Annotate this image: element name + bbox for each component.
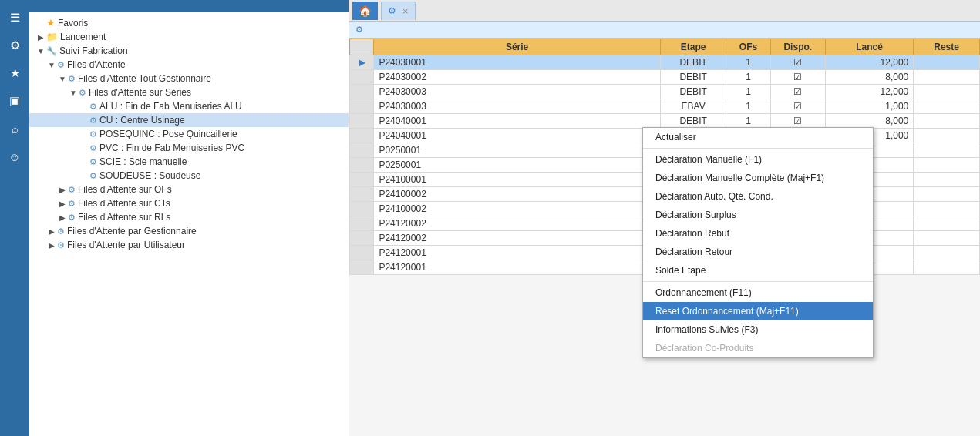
row-arrow <box>350 70 374 85</box>
reste-cell <box>914 114 980 129</box>
tree-item-pvc[interactable]: ⚙ PVC : Fin de Fab Menuiseries PVC <box>29 141 349 155</box>
gear-icon: ⚙ <box>79 88 86 98</box>
tree-item-files-ofs[interactable]: ▶ ⚙ Files d'Attente sur OFs <box>29 183 349 196</box>
reste-cell <box>914 129 980 143</box>
folder-icon: 📁 <box>46 32 58 42</box>
col-ofs[interactable]: OFs <box>726 39 770 55</box>
col-reste[interactable]: Reste <box>914 39 980 55</box>
tree-item-files-rls[interactable]: ▶ ⚙ Files d'Attente sur RLs <box>29 210 349 224</box>
reste-cell <box>914 99 980 114</box>
monitor-icon[interactable]: ▣ <box>3 89 26 112</box>
serie-cell: P24030003 <box>374 85 660 99</box>
nav-panel: ★ Favoris ▶ 📁 Lancement ▼ 🔧 Suivi Fabric… <box>29 0 349 436</box>
gear-icon: ⚙ <box>57 240 65 250</box>
expander: ▶ <box>57 212 68 223</box>
tab-close-button[interactable]: × <box>402 5 409 17</box>
ctx-separator <box>643 281 873 282</box>
ctx-item-reset-ordo[interactable]: Reset Ordonnancement (Maj+F11) <box>643 302 873 320</box>
menu-icon[interactable]: ☰ <box>3 6 26 29</box>
context-menu: ActualiserDéclaration Manuelle (F1)Décla… <box>642 127 874 358</box>
tree-item-files-cts[interactable]: ▶ ⚙ Files d'Attente sur CTs <box>29 196 349 210</box>
table-row[interactable]: P24040001 DEBIT 1 ☑ 8,000 <box>350 114 980 129</box>
wrench-icon: 🔧 <box>46 46 57 56</box>
expander <box>79 101 89 112</box>
reste-cell <box>914 70 980 85</box>
tree-item-favoris[interactable]: ★ Favoris <box>29 15 349 30</box>
row-arrow <box>350 129 374 143</box>
tree-item-files-tout[interactable]: ▼ ⚙ Files d'Attente Tout Gestionnaire <box>29 72 349 86</box>
reste-cell <box>914 143 980 158</box>
table-row[interactable]: P24030003 EBAV 1 ☑ 1,000 <box>350 99 980 114</box>
reste-cell <box>914 173 980 187</box>
tree-item-files-series[interactable]: ▼ ⚙ Files d'Attente sur Séries <box>29 86 349 99</box>
expander: ▼ <box>68 87 79 98</box>
col-etape[interactable]: Etape <box>660 39 726 55</box>
ctx-item-infos-suivies[interactable]: Informations Suivies (F3) <box>643 320 873 339</box>
tree-label: Files d'Attente <box>67 59 126 70</box>
col-serie[interactable]: Série <box>374 39 660 55</box>
ctx-item-actualiser[interactable]: Actualiser <box>643 128 873 146</box>
col-lance[interactable]: Lancé <box>826 39 914 55</box>
tree-label: Suivi Fabrication <box>59 45 128 56</box>
ctx-item-decl-surplus[interactable]: Déclaration Surplus <box>643 206 873 224</box>
ofs-cell: 1 <box>726 55 770 70</box>
settings-icon[interactable]: ⚙ <box>3 34 26 57</box>
gear-icon: ⚙ <box>57 226 65 236</box>
table-row[interactable]: P24030002 DEBIT 1 ☑ 8,000 <box>350 70 980 85</box>
tree-item-files-user[interactable]: ▶ ⚙ Files d'Attente par Utilisateur <box>29 238 349 252</box>
ctx-item-ordonnancement[interactable]: Ordonnancement (F11) <box>643 283 873 302</box>
user-icon[interactable]: ☺ <box>3 145 26 168</box>
row-arrow <box>350 231 374 246</box>
reste-cell <box>914 85 980 99</box>
gear-icon: ⚙ <box>68 185 76 195</box>
tree-item-lancement[interactable]: ▶ 📁 Lancement <box>29 30 349 44</box>
expander: ▶ <box>46 240 57 250</box>
row-arrow <box>350 202 374 216</box>
dispo-cell: ☑ <box>770 85 825 99</box>
ofs-cell: 1 <box>726 70 770 85</box>
tree-item-files-gest[interactable]: ▶ ⚙ Files d'Attente par Gestionnaire <box>29 224 349 238</box>
main-area: 🏠 ⚙ × ⚙ Série Etape OFs Dispo. Lancé Res… <box>349 0 980 436</box>
ctx-item-decl-manuelle-complete[interactable]: Déclaration Manuelle Complète (Maj+F1) <box>643 169 873 187</box>
col-dispo[interactable]: Dispo. <box>770 39 825 55</box>
home-tab[interactable]: 🏠 <box>352 2 378 20</box>
serie-cell: P24120002 <box>374 231 660 246</box>
tree-label: Files d'Attente sur CTs <box>78 198 170 209</box>
tree-item-soudeuse[interactable]: ⚙ SOUDEUSE : Soudeuse <box>29 169 349 183</box>
table-container[interactable]: Série Etape OFs Dispo. Lancé Reste ▶ P24… <box>349 39 980 436</box>
tree-label: Files d'Attente par Gestionnaire <box>67 226 197 236</box>
tree-item-suivi-fab[interactable]: ▼ 🔧 Suivi Fabrication <box>29 44 349 58</box>
table-row[interactable]: P24030003 DEBIT 1 ☑ 12,000 <box>350 85 980 99</box>
gear-icon: ⚙ <box>57 60 65 70</box>
row-arrow <box>350 114 374 129</box>
ctx-item-decl-rebut[interactable]: Déclaration Rebut <box>643 224 873 243</box>
tree-item-cu[interactable]: ⚙ CU : Centre Usinage <box>29 113 349 127</box>
tree-label: Files d'Attente sur OFs <box>78 184 172 195</box>
tree-label: Lancement <box>60 32 106 42</box>
dispo-cell: ☑ <box>770 70 825 85</box>
nav-header <box>29 0 349 12</box>
search-icon[interactable]: ⌕ <box>3 117 26 140</box>
row-arrow <box>350 246 374 260</box>
star-icon[interactable]: ★ <box>3 62 26 85</box>
ctx-item-decl-retour[interactable]: Déclaration Retour <box>643 243 873 261</box>
sidebar-icons-panel: ☰ ⚙ ★ ▣ ⌕ ☺ <box>0 0 29 436</box>
tree-item-alu[interactable]: ⚙ ALU : Fin de Fab Menuiseries ALU <box>29 99 349 113</box>
serie-cell: P24100002 <box>374 202 660 216</box>
ctx-item-solde-etape[interactable]: Solde Etape <box>643 261 873 280</box>
dispo-cell: ☑ <box>770 99 825 114</box>
reste-cell <box>914 202 980 216</box>
series-tab[interactable]: ⚙ × <box>381 2 416 20</box>
tree-label: SOUDEUSE : Soudeuse <box>99 170 200 181</box>
gear-icon: ⚙ <box>89 143 97 153</box>
ofs-cell: 1 <box>726 85 770 99</box>
ofs-cell: 1 <box>726 114 770 129</box>
reste-cell <box>914 158 980 173</box>
lance-cell: 8,000 <box>826 114 914 129</box>
tree-item-posequinc[interactable]: ⚙ POSEQUINC : Pose Quincaillerie <box>29 127 349 141</box>
tree-item-files-attente[interactable]: ▼ ⚙ Files d'Attente <box>29 58 349 72</box>
tree-item-scie[interactable]: ⚙ SCIE : Scie manuelle <box>29 155 349 169</box>
ctx-item-decl-auto[interactable]: Déclaration Auto. Qté. Cond. <box>643 187 873 206</box>
ctx-item-decl-manuelle[interactable]: Déclaration Manuelle (F1) <box>643 150 873 169</box>
table-row[interactable]: ▶ P24030001 DEBIT 1 ☑ 12,000 <box>350 55 980 70</box>
